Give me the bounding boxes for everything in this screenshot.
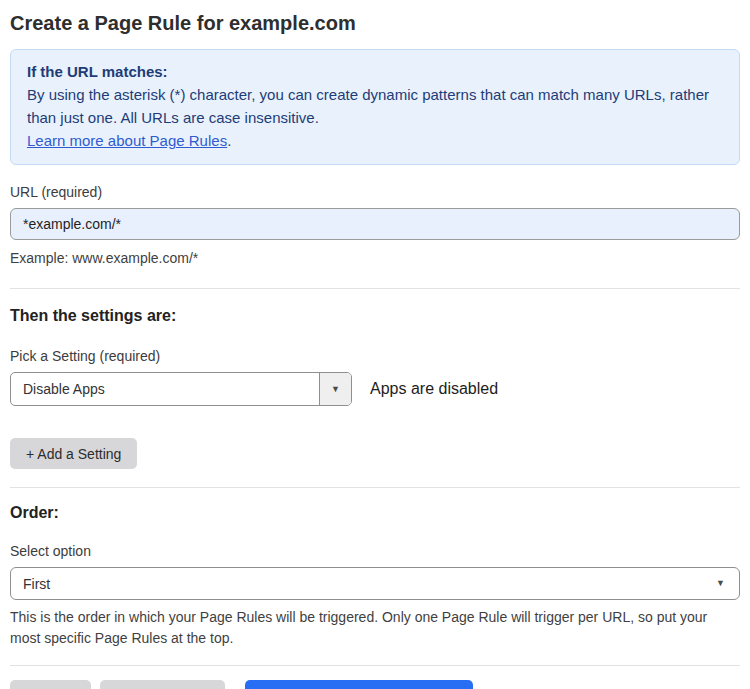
page-title: Create a Page Rule for example.com xyxy=(10,10,740,36)
order-help-text: This is the order in which your Page Rul… xyxy=(10,607,734,649)
info-box-body: By using the asterisk (*) character, you… xyxy=(27,83,723,129)
cancel-button[interactable]: Cancel xyxy=(10,680,91,689)
pick-setting-label: Pick a Setting (required) xyxy=(10,348,740,365)
info-link-suffix: . xyxy=(227,132,231,149)
save-draft-button[interactable]: Save as Draft xyxy=(100,680,225,689)
order-select-value: First xyxy=(23,576,50,592)
footer-actions: Cancel Save as Draft Save and Deploy Pag… xyxy=(10,680,740,689)
learn-more-link[interactable]: Learn more about Page Rules xyxy=(27,132,227,149)
section-divider xyxy=(10,288,740,289)
create-page-rule-panel: Create a Page Rule for example.com If th… xyxy=(0,0,750,689)
info-box-heading: If the URL matches: xyxy=(27,60,723,83)
setting-status-text: Apps are disabled xyxy=(370,380,498,398)
url-example-hint: Example: www.example.com/* xyxy=(10,248,740,269)
url-label: URL (required) xyxy=(10,184,740,201)
order-select[interactable]: First ▼ xyxy=(10,567,740,600)
chevron-down-icon: ▼ xyxy=(331,385,340,394)
footer-divider xyxy=(10,665,740,666)
setting-row: Disable Apps ▼ Apps are disabled xyxy=(10,372,740,406)
settings-section-heading: Then the settings are: xyxy=(10,306,740,326)
setting-select-value: Disable Apps xyxy=(11,373,105,405)
url-match-info-box: If the URL matches: By using the asteris… xyxy=(10,49,740,165)
section-divider xyxy=(10,487,740,488)
order-select-label: Select option xyxy=(10,543,740,560)
info-box-link-line: Learn more about Page Rules. xyxy=(27,129,723,152)
url-input[interactable] xyxy=(10,208,740,240)
add-setting-button[interactable]: + Add a Setting xyxy=(10,438,137,469)
save-deploy-button[interactable]: Save and Deploy Page Rule xyxy=(245,680,473,689)
chevron-down-icon: ▼ xyxy=(716,579,725,588)
setting-select[interactable]: Disable Apps ▼ xyxy=(10,372,352,406)
setting-select-arrow-button[interactable]: ▼ xyxy=(319,373,351,405)
order-section-heading: Order: xyxy=(10,503,740,523)
